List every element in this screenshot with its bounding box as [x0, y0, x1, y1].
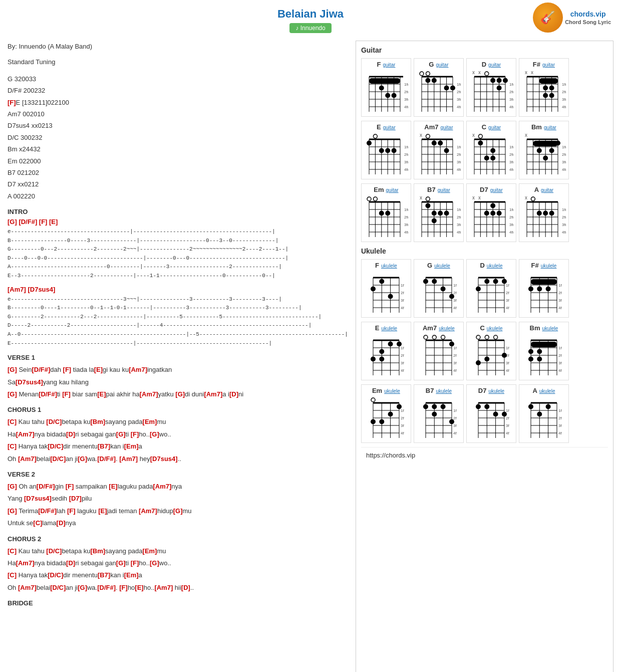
- svg-point-367: [476, 360, 481, 365]
- chorus2-line2: Ha[Am7]nya bidada[D]ri sebagai gan[G]ti …: [8, 557, 348, 569]
- svg-point-437: [484, 404, 489, 409]
- svg-point-17: [385, 93, 390, 98]
- ukulele-chord-row-2: E ukulele 1fr 2fr: [361, 322, 608, 380]
- page-container: Belaian Jiwa ♪ Innuendo 🎸 chords.vip Cho…: [0, 0, 621, 672]
- svg-point-368: [484, 357, 489, 362]
- chorus2-line4: Oh [Am7]belai[D/C]an ji[G]wa.[D/F#]. [F]…: [8, 582, 348, 593]
- svg-text:2fr: 2fr: [558, 291, 562, 295]
- chord-D-ukulele: D ukulele 1fr 2fr: [466, 259, 516, 318]
- svg-text:2fr: 2fr: [401, 353, 404, 358]
- svg-point-247: [549, 211, 554, 216]
- svg-text:x: x: [472, 70, 475, 75]
- svg-rect-311: [531, 279, 557, 285]
- section-bridge: BRIDGE: [8, 599, 348, 607]
- svg-text:4fr: 4fr: [558, 431, 562, 435]
- svg-point-141: [478, 141, 483, 146]
- svg-text:4fr: 4fr: [509, 105, 513, 109]
- svg-point-226: [490, 211, 495, 216]
- svg-text:1fr: 1fr: [562, 145, 566, 149]
- svg-text:2fr: 2fr: [509, 215, 513, 219]
- svg-point-245: [537, 211, 542, 216]
- svg-text:4fr: 4fr: [453, 431, 457, 435]
- svg-text:1fr: 1fr: [453, 408, 457, 413]
- svg-text:2fr: 2fr: [457, 152, 461, 157]
- svg-text:2fr: 2fr: [404, 152, 408, 157]
- svg-text:2fr: 2fr: [401, 416, 404, 420]
- svg-text:1fr: 1fr: [509, 207, 513, 212]
- svg-text:1fr: 1fr: [401, 408, 404, 413]
- svg-text:3fr: 3fr: [457, 160, 461, 164]
- svg-text:1fr: 1fr: [404, 145, 408, 149]
- logo-subtitle: Chord Song Lyric: [565, 19, 611, 26]
- chord-item: G 320033: [8, 73, 348, 85]
- svg-point-163: [543, 156, 548, 161]
- svg-point-332: [379, 357, 384, 362]
- svg-rect-382: [531, 342, 557, 347]
- verse2-line4: Untuk se[C]lama[D]nya: [8, 517, 348, 529]
- header: Belaian Jiwa ♪ Innuendo 🎸 chords.vip Cho…: [0, 0, 621, 36]
- svg-point-59: [497, 78, 502, 83]
- svg-text:3fr: 3fr: [453, 423, 457, 428]
- svg-point-225: [484, 211, 489, 216]
- svg-point-58: [490, 78, 495, 83]
- svg-point-401: [397, 404, 402, 409]
- svg-point-123: [444, 148, 449, 153]
- section-verse1: VERSE 1: [8, 354, 348, 361]
- chord-A-guitar: A guitar x: [519, 183, 569, 242]
- svg-point-331: [371, 357, 376, 362]
- svg-text:1fr: 1fr: [506, 346, 509, 350]
- chord-item: Bm x24432: [8, 143, 348, 155]
- chord-Bm-ukulele: Bm ukulele 1fr 2fr: [519, 322, 569, 380]
- chord-Em-guitar: Em guitar: [361, 183, 411, 242]
- svg-point-314: [546, 287, 551, 292]
- svg-rect-15: [369, 78, 400, 84]
- svg-text:x: x: [472, 195, 475, 200]
- svg-point-330: [397, 342, 402, 347]
- svg-text:2fr: 2fr: [457, 90, 461, 94]
- svg-text:2fr: 2fr: [401, 291, 404, 295]
- svg-text:4fr: 4fr: [506, 431, 509, 435]
- svg-text:4fr: 4fr: [457, 230, 461, 235]
- svg-point-144: [490, 156, 495, 161]
- chord-Am7-ukulele: Am7 ukulele: [414, 322, 464, 380]
- svg-text:4fr: 4fr: [404, 230, 408, 235]
- svg-point-351: [485, 335, 489, 339]
- svg-point-453: [528, 404, 533, 409]
- svg-point-105: [426, 134, 430, 138]
- svg-text:3fr: 3fr: [404, 97, 408, 102]
- svg-point-81: [549, 86, 554, 91]
- svg-point-263: [388, 294, 393, 299]
- svg-point-39: [450, 86, 455, 91]
- svg-text:1fr: 1fr: [509, 82, 513, 87]
- svg-text:4fr: 4fr: [558, 368, 562, 373]
- svg-text:4fr: 4fr: [562, 105, 566, 109]
- svg-text:2fr: 2fr: [506, 291, 509, 295]
- svg-text:4fr: 4fr: [404, 167, 408, 172]
- svg-text:1fr: 1fr: [457, 207, 461, 212]
- intro-chords: [G] [D/F#] [F] [E]: [8, 218, 348, 226]
- svg-text:3fr: 3fr: [457, 222, 461, 227]
- svg-text:1fr: 1fr: [401, 283, 404, 288]
- svg-text:3fr: 3fr: [453, 361, 457, 365]
- chord-B7-guitar: B7 guitar x: [414, 183, 464, 242]
- svg-point-183: [379, 211, 384, 216]
- svg-point-439: [502, 412, 507, 417]
- chord-item: Em 022000: [8, 155, 348, 167]
- svg-text:x: x: [478, 195, 481, 200]
- svg-point-186: [426, 197, 430, 201]
- svg-point-16: [379, 86, 384, 91]
- svg-point-418: [423, 404, 428, 409]
- svg-point-277: [423, 279, 428, 284]
- svg-point-164: [549, 148, 554, 153]
- svg-point-404: [371, 419, 376, 424]
- chord-item: [F]E [133211]022100: [8, 97, 348, 108]
- svg-text:3fr: 3fr: [558, 361, 562, 365]
- svg-point-246: [543, 211, 548, 216]
- svg-point-454: [546, 404, 551, 409]
- left-panel: By: Innuendo (A Malay Band) Standard Tun…: [8, 41, 348, 672]
- svg-point-383: [528, 349, 533, 354]
- svg-text:x: x: [531, 70, 533, 75]
- chord-Fsharp-guitar: F# guitar x x: [519, 58, 569, 117]
- svg-point-296: [502, 279, 507, 284]
- svg-point-455: [537, 412, 542, 417]
